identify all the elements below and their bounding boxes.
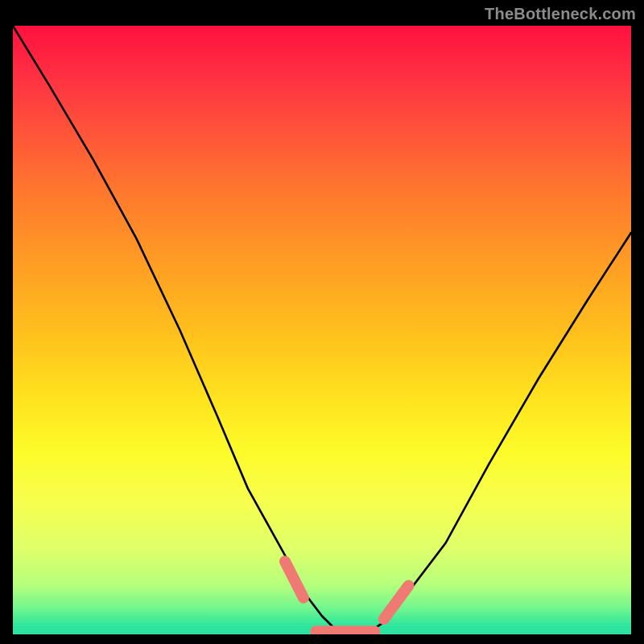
gradient-stripe [13,628,631,630]
gradient-stripe [13,630,631,632]
bottleneck-curve-svg [13,26,631,634]
gradient-stripe [13,625,631,626]
left-marker [285,561,303,597]
chart-plot-area [13,26,631,634]
bottleneck-curve [13,26,631,634]
watermark-text: TheBottleneck.com [485,5,636,23]
gradient-stripe [13,621,631,623]
gradient-stripe [13,633,631,634]
chart-stage: TheBottleneck.com [0,0,644,644]
right-marker [384,586,409,620]
